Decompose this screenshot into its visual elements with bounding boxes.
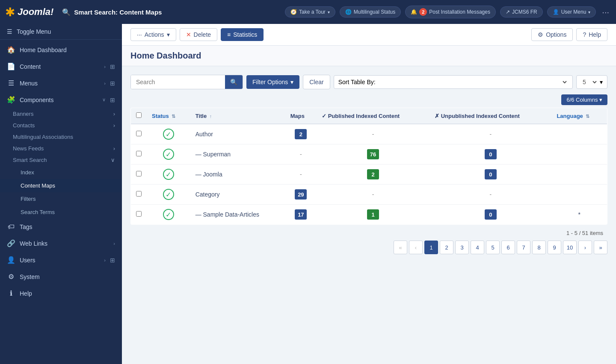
row-maps-cell: 17 xyxy=(285,205,317,225)
clear-button[interactable]: Clear xyxy=(303,75,330,89)
filter-options-button[interactable]: Filter Options ▾ xyxy=(246,75,299,89)
sidebar-item-news-feeds[interactable]: News Feeds › xyxy=(0,143,122,154)
help-button[interactable]: ? Help xyxy=(576,28,607,41)
page-6-button[interactable]: 6 xyxy=(501,241,515,254)
chevron-down-icon-actions: ▾ xyxy=(167,31,170,38)
chevron-right-icon-menus: › xyxy=(104,81,106,86)
take-tour-button[interactable]: 🧭 Take a Tour ▾ xyxy=(285,6,335,18)
page-5-button[interactable]: 5 xyxy=(486,241,500,254)
user-menu-button[interactable]: 👤 User Menu ▾ xyxy=(547,6,596,18)
chevron-right-icon-contacts: › xyxy=(113,122,115,129)
table-row: ✓ — Joomla - 2 0 xyxy=(131,164,607,185)
per-page-select[interactable]: 5 10 20 xyxy=(581,78,598,86)
actions-button[interactable]: ··· Actions ▾ xyxy=(130,28,176,41)
status-published-icon: ✓ xyxy=(163,129,174,140)
sidebar-item-index[interactable]: Index xyxy=(0,166,122,179)
row-title-cell: Author xyxy=(190,124,285,144)
multilingual-status-button[interactable]: 🌐 Multilingual Status xyxy=(340,6,401,18)
sidebar-item-users[interactable]: 👤 Users › ⊞ xyxy=(0,252,122,268)
per-page-wrap[interactable]: 5 10 20 ▾ xyxy=(576,75,607,89)
sidebar-item-tags[interactable]: 🏷 Tags xyxy=(0,219,122,235)
options-button[interactable]: ⚙ Options xyxy=(531,28,573,41)
sidebar-item-banners[interactable]: Banners › xyxy=(0,108,122,120)
page-9-button[interactable]: 9 xyxy=(548,241,561,254)
row-checkbox-0[interactable] xyxy=(136,131,142,136)
published-badge: 1 xyxy=(367,209,379,220)
col-language[interactable]: Language ⇅ xyxy=(551,108,607,124)
topbar-page-title: 🔍 Smart Search: Content Maps xyxy=(62,8,162,16)
statistics-button[interactable]: ≡ Statistics xyxy=(221,28,264,41)
sidebar-item-content-maps[interactable]: Content Maps xyxy=(0,179,122,192)
row-published-cell: - xyxy=(317,124,429,144)
sort-icon-status: ⇅ xyxy=(172,114,175,119)
post-install-button[interactable]: 🔔 2 Post Installation Messages xyxy=(405,6,496,18)
jcms-button[interactable]: ↗ JCMS6 FR xyxy=(500,6,543,18)
col-title[interactable]: Title ↑ xyxy=(190,108,285,124)
grid-icon-menus: ⊞ xyxy=(110,80,115,87)
logo: ✱ Joomla! xyxy=(5,5,53,19)
select-all-checkbox[interactable] xyxy=(136,112,142,118)
unpublished-badge: 0 xyxy=(485,209,497,220)
sidebar-item-contacts[interactable]: Contacts › xyxy=(0,120,122,131)
sidebar-item-multilingual[interactable]: Multilingual Associations xyxy=(0,131,122,143)
sidebar-item-smart-search[interactable]: Smart Search ∨ xyxy=(0,154,122,166)
bars-icon: ☰ xyxy=(7,28,12,35)
row-status-cell: ✓ xyxy=(147,164,190,185)
row-checkbox-3[interactable] xyxy=(136,191,142,197)
more-options-button[interactable]: ··· xyxy=(600,7,611,17)
delete-button[interactable]: ✕ Delete xyxy=(180,28,217,41)
sidebar-item-components[interactable]: 🧩 Components ∨ ⊞ xyxy=(0,91,122,108)
pagination: « ‹ 1 2 3 4 5 6 7 8 9 10 › » xyxy=(130,236,607,254)
chevron-down-icon-filter: ▾ xyxy=(290,79,293,85)
page-7-button[interactable]: 7 xyxy=(517,241,530,254)
sidebar-item-search-terms[interactable]: Search Terms xyxy=(0,205,122,219)
row-language-cell xyxy=(551,124,607,144)
row-language-cell xyxy=(551,185,607,205)
sidebar-item-content[interactable]: 📄 Content › ⊞ xyxy=(0,58,122,75)
sort-wrap[interactable]: Sort Table By: xyxy=(334,75,573,89)
page-4-button[interactable]: 4 xyxy=(471,241,484,254)
col-published: ✓ Published Indexed Content xyxy=(317,108,429,124)
components-icon: 🧩 xyxy=(7,96,15,104)
col-status[interactable]: Status ⇅ xyxy=(147,108,190,124)
row-checkbox-4[interactable] xyxy=(136,211,142,217)
row-checkbox-cell xyxy=(131,124,147,144)
row-checkbox-2[interactable] xyxy=(136,171,142,176)
row-published-cell: - xyxy=(317,185,429,205)
columns-button[interactable]: 6/6 Columns ▾ xyxy=(561,94,607,105)
last-page-button[interactable]: » xyxy=(594,241,607,254)
sidebar-item-menus[interactable]: ☰ Menus › ⊞ xyxy=(0,75,122,91)
sidebar-item-system[interactable]: ⚙ System xyxy=(0,268,122,285)
page-3-button[interactable]: 3 xyxy=(455,241,469,254)
next-page-button[interactable]: › xyxy=(578,241,592,254)
bell-icon: 🔔 xyxy=(411,9,417,15)
sidebar-item-home-dashboard[interactable]: 🏠 Home Dashboard xyxy=(0,41,122,58)
page-10-button[interactable]: 10 xyxy=(563,241,577,254)
external-link-icon: ↗ xyxy=(506,9,510,15)
toolbar: ··· Actions ▾ ✕ Delete ≡ Statistics ⚙ Op… xyxy=(122,24,616,46)
row-checkbox-1[interactable] xyxy=(136,151,142,156)
page-8-button[interactable]: 8 xyxy=(532,241,546,254)
search-button[interactable]: 🔍 xyxy=(225,75,243,89)
sidebar-item-help[interactable]: ℹ Help xyxy=(0,285,122,302)
page-2-button[interactable]: 2 xyxy=(440,241,453,254)
system-icon: ⚙ xyxy=(7,273,15,281)
sort-select[interactable] xyxy=(378,78,568,86)
home-icon: 🏠 xyxy=(7,46,15,54)
sidebar-item-web-links[interactable]: 🔗 Web Links › xyxy=(0,235,122,252)
toggle-menu-button[interactable]: ☰ Toggle Menu xyxy=(0,24,122,40)
question-icon: ? xyxy=(583,31,586,38)
table-row: ✓ — Sample Data-Articles 17 1 0 * xyxy=(131,205,607,225)
data-table: Status ⇅ Title ↑ Maps ✓ Published Indexe… xyxy=(130,108,607,225)
search-input[interactable] xyxy=(131,75,225,89)
main-content: ··· Actions ▾ ✕ Delete ≡ Statistics ⚙ Op… xyxy=(122,24,616,364)
sidebar-item-filters[interactable]: Filters xyxy=(0,192,122,205)
web-links-icon: 🔗 xyxy=(7,239,15,247)
prev-page-button[interactable]: ‹ xyxy=(409,241,423,254)
chevron-down-icon-components: ∨ xyxy=(102,97,106,103)
page-1-button[interactable]: 1 xyxy=(424,241,438,254)
row-language-cell: * xyxy=(551,205,607,225)
first-page-button[interactable]: « xyxy=(394,241,407,254)
published-badge: 76 xyxy=(367,149,379,159)
row-unpublished-cell: - xyxy=(429,185,551,205)
